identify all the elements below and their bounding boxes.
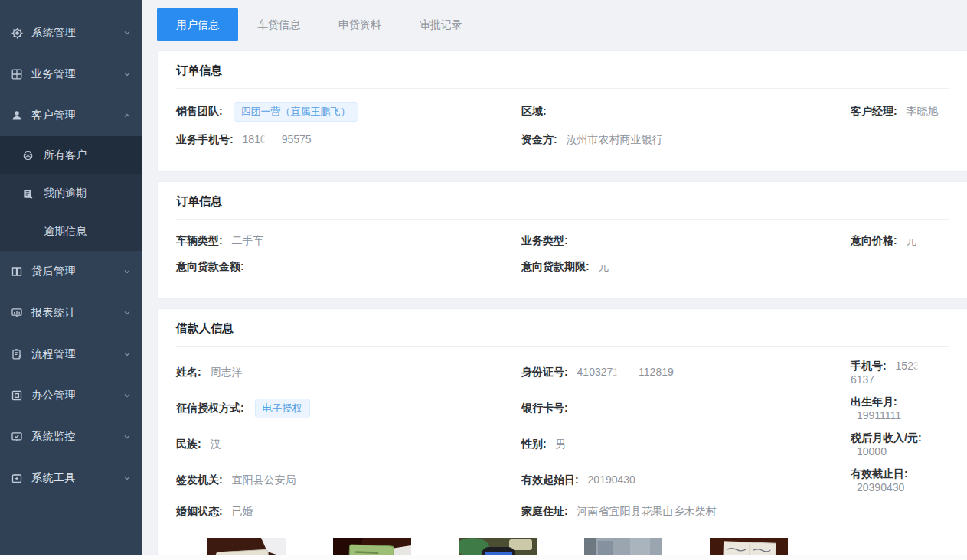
field-value: 10000	[857, 445, 887, 457]
chevron-down-icon	[123, 70, 131, 78]
field-label: 资金方:	[521, 133, 557, 145]
card-title: 订单信息	[176, 63, 949, 89]
book-open-icon	[10, 265, 24, 278]
wheel-icon	[21, 149, 34, 162]
sidebar-item-system-monitor[interactable]: 系统监控	[0, 416, 142, 457]
field-label: 销售团队:	[176, 105, 223, 117]
field-value: 李晓旭	[907, 105, 939, 117]
chevron-down-icon	[123, 392, 131, 399]
sales-team-tag[interactable]: 四团一营（直属王鹏飞）	[234, 102, 358, 122]
field-valid-to: 有效截止日: 20390430	[851, 467, 949, 493]
field-label: 税后月收入/元:	[851, 431, 922, 444]
field-sales-team: 销售团队: 四团一营（直属王鹏飞）	[176, 102, 521, 122]
chevron-up-icon	[123, 112, 131, 119]
field-label: 姓名:	[176, 366, 201, 378]
sidebar-item-report-statistics[interactable]: 报表统计	[0, 292, 142, 334]
field-value: 181095575	[243, 133, 312, 145]
field-value: 河南省宜阳县花果山乡木柴村	[577, 505, 717, 517]
field-value: 男	[556, 438, 567, 450]
field-business-phone: 业务手机号: 181095575	[176, 133, 521, 147]
field-bank-card: 银行卡号:	[521, 402, 851, 415]
sidebar-subitem-label: 逾期信息	[44, 225, 87, 239]
field-birth-date: 出生年月: 19911111	[851, 396, 949, 422]
field-value: 元	[599, 260, 609, 272]
field-value: 周志洋	[211, 366, 243, 378]
sidebar-item-label: 系统工具	[31, 471, 123, 485]
field-ethnicity: 民族: 汉	[176, 438, 521, 451]
field-home-address: 家庭住址: 河南省宜阳县花果山乡木柴村	[521, 505, 851, 519]
detail-tabbar: 用户信息 车贷信息 申贷资料 审批记录	[157, 8, 967, 41]
main-content: 用户信息 车贷信息 申贷资料 审批记录 订单信息 销售团队: 四团一营（直属王鹏…	[142, 0, 967, 560]
field-mobile: 手机号: 15236137	[851, 360, 949, 386]
order-info-card: 订单信息 销售团队: 四团一营（直属王鹏飞） 区域: 客户经理: 李晓旭 业务手…	[157, 50, 967, 172]
sidebar-subitem-all-customers[interactable]: 所有客户	[0, 136, 142, 174]
field-value: 20190430	[588, 474, 635, 486]
field-label: 民族:	[176, 438, 201, 450]
grid-icon	[10, 67, 24, 81]
sidebar-item-system-tools[interactable]: 系统工具	[0, 457, 142, 499]
field-label: 意向价格:	[851, 234, 897, 246]
field-label: 家庭住址:	[521, 505, 568, 517]
customer-management-submenu: 所有客户 我的逾期 逾期信息	[0, 136, 142, 251]
field-intended-price: 意向价格: 元	[851, 234, 949, 248]
user-icon	[10, 109, 24, 122]
field-value: 汉	[211, 438, 221, 450]
field-row: 征信授权方式: 电子授权 银行卡号: 出生年月: 19911111	[176, 396, 949, 422]
redaction-blur	[918, 360, 938, 371]
field-marital-status: 婚姻状态: 已婚	[176, 505, 521, 519]
field-intended-loan-amount: 意向贷款金额:	[176, 260, 521, 274]
credit-authorization-tag[interactable]: 电子授权	[255, 399, 310, 418]
sidebar-item-customer-management[interactable]: 客户管理	[0, 95, 142, 136]
field-issuing-authority: 签发机关: 宜阳县公安局	[176, 474, 521, 487]
monitor-chart-icon	[10, 306, 24, 320]
field-label: 客户经理:	[851, 105, 897, 117]
field-row: 销售团队: 四团一营（直属王鹏飞） 区域: 客户经理: 李晓旭	[176, 102, 949, 122]
field-row: 车辆类型: 二手车 业务类型: 意向价格: 元	[176, 233, 949, 249]
sidebar-item-post-loan-management[interactable]: 贷后管理	[0, 251, 142, 292]
tab-car-loan-info[interactable]: 车贷信息	[238, 8, 319, 41]
field-row: 业务手机号: 181095575 资金方: 汝州市农村商业银行	[176, 132, 949, 148]
field-value: 19911111	[857, 409, 901, 422]
sidebar-item-label: 流程管理	[31, 347, 123, 361]
horizontal-scrollbar[interactable]	[0, 555, 967, 560]
order-intent-card: 订单信息 车辆类型: 二手车 业务类型: 意向价格: 元 意向贷款金额: 意向贷…	[157, 181, 967, 299]
field-credit-authorization: 征信授权方式: 电子授权	[176, 399, 521, 418]
field-label: 银行卡号:	[521, 402, 568, 414]
field-row: 签发机关: 宜阳县公安局 有效起始日: 20190430 有效截止日: 2039…	[176, 467, 949, 493]
field-vehicle-type: 车辆类型: 二手车	[176, 234, 521, 248]
chevron-down-icon	[123, 350, 131, 358]
field-label: 车辆类型:	[176, 234, 223, 246]
field-label: 出生年月:	[851, 396, 897, 408]
chevron-down-icon	[123, 433, 131, 441]
field-business-type: 业务类型:	[521, 234, 851, 248]
field-intended-loan-term: 意向贷款期限: 元	[521, 260, 851, 274]
tab-loan-application-materials[interactable]: 申贷资料	[319, 8, 400, 41]
sidebar-item-system-management[interactable]: 系统管理	[0, 12, 142, 54]
field-value: 已婚	[232, 505, 253, 517]
field-name: 姓名: 周志洋	[176, 366, 521, 379]
sidebar-item-office-management[interactable]: 办公管理	[0, 375, 142, 416]
chevron-down-icon	[123, 474, 131, 482]
field-gender: 性别: 男	[521, 438, 851, 451]
field-row: 民族: 汉 性别: 男 税后月收入/元: 10000	[176, 431, 949, 457]
gear-icon	[10, 26, 24, 40]
toolbox-icon	[10, 471, 24, 485]
sidebar-item-process-management[interactable]: 流程管理	[0, 334, 142, 375]
field-label: 征信授权方式:	[176, 402, 244, 414]
field-label: 意向贷款金额:	[176, 260, 244, 272]
tab-user-info[interactable]: 用户信息	[157, 8, 238, 41]
sidebar-item-label: 报表统计	[31, 306, 123, 320]
chevron-down-icon	[123, 29, 131, 37]
field-label: 有效起始日:	[521, 474, 579, 486]
square-in-square-icon	[10, 389, 24, 402]
tab-approval-records[interactable]: 审批记录	[400, 8, 482, 41]
sidebar-item-business-management[interactable]: 业务管理	[0, 54, 142, 95]
borrower-info-card: 借款人信息 姓名: 周志洋 身份证号: 4103271112819 手机号: 1…	[157, 308, 967, 560]
sidebar-subitem-overdue-info[interactable]: 逾期信息	[0, 213, 142, 251]
field-value: 元	[907, 234, 917, 246]
field-label: 婚姻状态:	[176, 505, 223, 517]
field-label: 业务类型:	[521, 234, 568, 246]
sidebar-subitem-my-overdue[interactable]: 我的逾期	[0, 174, 142, 213]
field-label: 意向贷款期限:	[521, 260, 590, 272]
field-row: 意向贷款金额: 意向贷款期限: 元	[176, 259, 949, 275]
